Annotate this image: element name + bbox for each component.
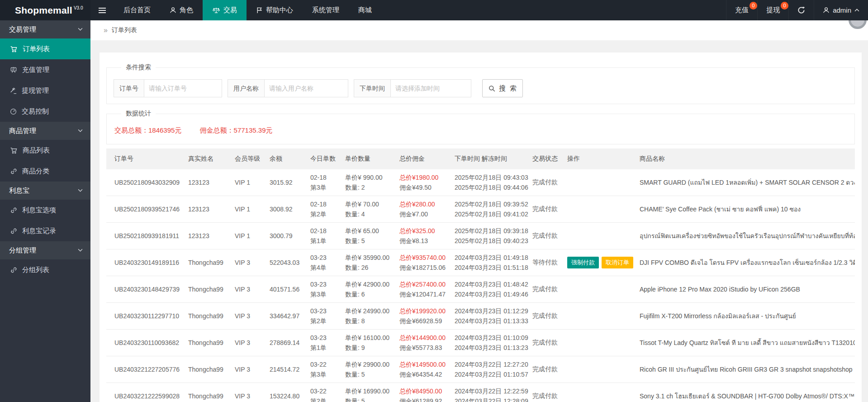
- search-field-label: 下单时间: [354, 79, 391, 97]
- scales-icon: [212, 7, 220, 14]
- search-input-下单时间[interactable]: [391, 79, 471, 97]
- actions-cell: [564, 196, 636, 223]
- today-date: 03-23: [310, 306, 338, 316]
- vip-level-cell: VIP 3: [231, 330, 266, 356]
- commission: 佣金¥64354.42: [399, 369, 447, 379]
- sidebar-item-label: 商品列表: [23, 146, 50, 155]
- today-date: 02-18: [310, 172, 338, 182]
- today-orders-cell: 03-23第4单: [307, 249, 342, 276]
- today-order-count: 第3单: [310, 369, 338, 379]
- nav-item-商城[interactable]: 商城: [349, 0, 381, 20]
- refresh-button[interactable]: [788, 0, 814, 20]
- search-input-订单号[interactable]: [144, 79, 222, 97]
- sidebar-item-商品分类[interactable]: 商品分类: [0, 161, 90, 182]
- search-button[interactable]: 搜索: [482, 79, 523, 97]
- sidebar-item-交易控制[interactable]: 交易控制: [0, 101, 90, 122]
- gavel-icon: [10, 87, 17, 94]
- chevron-down-icon: [78, 189, 83, 192]
- sidebar-toggle-button[interactable]: [90, 0, 114, 20]
- sidebar-group-分组管理[interactable]: 分组管理: [0, 241, 90, 259]
- status-cell: 完成付款: [529, 330, 564, 356]
- today-order-count: 第1单: [310, 343, 338, 353]
- total-commission-cell: 总价¥84950.00佣金¥61289.92: [396, 383, 451, 402]
- unit-price: 单价¥ 70.00: [345, 199, 392, 209]
- sidebar-item-分组列表[interactable]: 分组列表: [0, 259, 90, 280]
- nav-item-label: 角色: [180, 6, 193, 14]
- dial-icon: [10, 108, 17, 115]
- order-no-cell: UB2502180939181911: [106, 223, 185, 249]
- sidebar-item-label: 利息宝选项: [22, 206, 56, 215]
- today-date: 03-23: [310, 253, 338, 263]
- order-time-cell: 2024年03月23日 01:12:292024年03月23日 01:13:33: [451, 303, 529, 330]
- nav-item-帮助中心[interactable]: 帮助中心: [247, 0, 303, 20]
- quantity: 数量: 9: [345, 343, 392, 353]
- withdraw-menu-item[interactable]: 提现 0: [757, 0, 788, 20]
- product-name-cell: Fujifilm X-T200 Mirrorless กล้องมิลเลอร์…: [636, 303, 855, 330]
- admin-user-menu[interactable]: admin: [814, 0, 868, 20]
- stats-line: 交易总额：1846395元 佣金总额：577135.39元: [114, 123, 848, 138]
- balance-cell: 278869.14: [266, 330, 307, 356]
- actions-cell: [564, 383, 636, 402]
- unit-price: 单价¥ 990.00: [345, 172, 392, 182]
- today-order-count: 第2单: [310, 396, 338, 402]
- status-cell: 完成付款: [529, 223, 564, 249]
- sidebar-group-商品管理[interactable]: 商品管理: [0, 122, 90, 140]
- link-icon: [10, 228, 17, 234]
- today-date: 03-23: [310, 333, 338, 343]
- nav-item-交易[interactable]: 交易: [203, 0, 247, 20]
- sidebar-item-订单列表[interactable]: 订单列表: [0, 38, 90, 59]
- top-navbar: Shopmemall V3.0 后台首页角色交易帮助中心系统管理商城 充值 0 …: [0, 0, 868, 20]
- chevron-down-icon: [78, 249, 83, 252]
- sidebar-item-充值管理[interactable]: 充值管理: [0, 59, 90, 80]
- quantity: 数量: 6: [345, 289, 392, 299]
- order-time-cell: 2025年02月18日 09:39:522025年02月18日 09:41:02: [451, 196, 529, 223]
- nav-item-label: 后台首页: [123, 6, 151, 14]
- vip-level-cell: VIP 3: [231, 249, 266, 276]
- stats-legend: 数据统计: [121, 110, 156, 118]
- today-date: 02-18: [310, 199, 338, 209]
- recharge-badge: 0: [749, 2, 757, 10]
- sidebar-item-利息宝选项[interactable]: 利息宝选项: [0, 200, 90, 220]
- status-cell: 完成付款: [529, 356, 564, 383]
- chevron-up-icon: [854, 9, 859, 12]
- unit-price-qty-cell: 单价¥ 16100.00数量: 9: [342, 330, 396, 356]
- total-commission-cell: 总价¥280.00佣金¥7.00: [396, 196, 451, 223]
- search-input-用户名称[interactable]: [265, 79, 348, 97]
- today-date: 03-23: [310, 279, 338, 289]
- today-date: 02-18: [310, 226, 338, 236]
- vip-level-cell: VIP 3: [231, 276, 266, 303]
- unit-price: 单价¥ 65.00: [345, 226, 392, 236]
- total-price: 总价¥199920.00: [399, 306, 447, 316]
- today-orders-cell: 03-22第2单: [307, 383, 342, 402]
- hamburger-icon: [98, 7, 107, 14]
- table-row: UB2403230149189116Thongcha99VIP 3522043.…: [106, 249, 855, 276]
- commission: 佣金¥49.50: [399, 182, 447, 192]
- recharge-menu-item[interactable]: 充值 0: [726, 0, 757, 20]
- column-header: 余额: [266, 148, 307, 169]
- order-time: 2024年03月23日 01:12:29: [455, 306, 525, 316]
- nav-item-后台首页[interactable]: 后台首页: [114, 0, 160, 20]
- nav-item-角色[interactable]: 角色: [160, 0, 203, 20]
- refresh-icon: [797, 6, 805, 14]
- chevron-down-icon: [78, 129, 83, 132]
- sidebar-item-利息宝记录[interactable]: 利息宝记录: [0, 220, 90, 241]
- sidebar-item-商品列表[interactable]: 商品列表: [0, 140, 90, 161]
- order-time: 2024年03月22日 12:22:59: [455, 386, 525, 396]
- sidebar-group-利息宝[interactable]: 利息宝: [0, 182, 90, 200]
- app-version: V3.0: [74, 5, 83, 10]
- nav-item-label: 商城: [358, 6, 372, 14]
- sidebar-item-提现管理[interactable]: 提现管理: [0, 80, 90, 101]
- unfreeze-time: 2024年03月23日 01:13:23: [455, 343, 525, 353]
- real-name-cell: Thongcha99: [185, 276, 231, 303]
- cancel-order-button[interactable]: 取消订单: [602, 257, 633, 268]
- orders-table: 订单号真实姓名会员等级余额今日单数单价数量总价佣金下单时间 解冻时间交易状态操作…: [106, 148, 855, 402]
- today-orders-cell: 02-18第3单: [307, 169, 342, 196]
- order-time: 2024年03月23日 01:48:42: [455, 279, 525, 289]
- column-header: 交易状态: [529, 148, 564, 169]
- nav-item-系统管理[interactable]: 系统管理: [303, 0, 349, 20]
- status-cell: 完成付款: [529, 196, 564, 223]
- force-pay-button[interactable]: 强制付款: [567, 257, 599, 268]
- total-price: 总价¥280.00: [399, 199, 447, 209]
- table-row: UB2403221227205776Thongcha99VIP 3214514.…: [106, 356, 855, 383]
- sidebar-group-交易管理[interactable]: 交易管理: [0, 20, 90, 38]
